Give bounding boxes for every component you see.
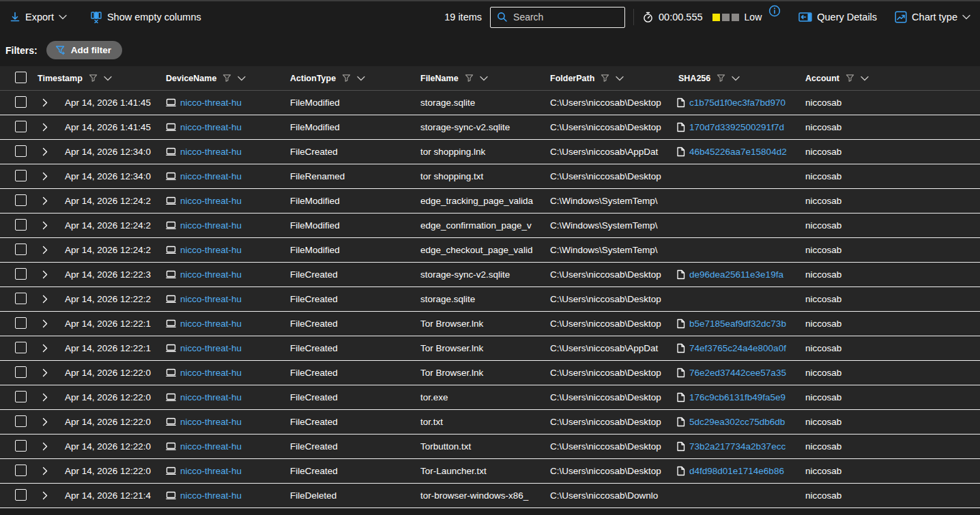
row-checkbox[interactable] [15, 293, 27, 304]
search-input[interactable] [513, 12, 609, 23]
row-expand-chevron[interactable] [31, 147, 59, 156]
column-header-account[interactable]: Account [800, 74, 980, 83]
row-checkbox[interactable] [15, 121, 27, 132]
add-filter-button[interactable]: Add filter [46, 41, 122, 59]
sha256-link[interactable]: de96dea25611e3e19fa [689, 269, 783, 280]
filter-funnel-icon[interactable] [222, 74, 231, 83]
row-checkbox[interactable] [15, 145, 27, 157]
row-expand-chevron[interactable] [31, 270, 59, 279]
filter-funnel-icon[interactable] [89, 74, 98, 83]
chevron-down-icon[interactable] [480, 76, 488, 81]
row-checkbox[interactable] [15, 342, 27, 353]
sha256-link[interactable]: c1b75d1f0ec3fa7bd970 [689, 98, 786, 108]
device-link[interactable]: nicco-threat-hu [180, 196, 242, 206]
sha256-link[interactable]: 73b2a217734a2b37ecc [689, 441, 786, 452]
row-expand-chevron[interactable] [31, 196, 59, 205]
column-header-timestamp[interactable]: Timestamp [31, 74, 160, 83]
sha256-link[interactable]: 76e2ed37442cee57a35 [689, 368, 786, 378]
chevron-down-icon[interactable] [237, 76, 246, 81]
chevron-down-icon[interactable] [616, 76, 624, 81]
row-expand-chevron[interactable] [31, 368, 59, 377]
row-expand-chevron[interactable] [31, 442, 59, 451]
row-checkbox[interactable] [15, 489, 27, 501]
filter-funnel-icon[interactable] [601, 74, 609, 83]
timestamp-cell: Apr 14, 2026 12:22:0 [59, 392, 160, 402]
row-checkbox[interactable] [15, 268, 27, 280]
device-link[interactable]: nicco-threat-hu [180, 294, 242, 304]
row-expand-chevron[interactable] [31, 319, 59, 328]
row-expand-chevron[interactable] [31, 393, 59, 402]
row-expand-chevron[interactable] [31, 491, 59, 500]
show-empty-columns-button[interactable]: Show empty columns [90, 11, 201, 23]
device-link[interactable]: nicco-threat-hu [180, 220, 242, 231]
timestamp-cell: Apr 14, 2026 12:22:3 [59, 269, 160, 280]
row-checkbox[interactable] [15, 440, 27, 452]
filter-funnel-icon[interactable] [717, 74, 725, 83]
chevron-down-icon[interactable] [104, 76, 112, 81]
device-link[interactable]: nicco-threat-hu [180, 98, 242, 108]
row-expand-chevron[interactable] [31, 246, 59, 254]
device-link[interactable]: nicco-threat-hu [180, 392, 242, 402]
chart-type-label: Chart type [912, 12, 957, 23]
export-button[interactable]: Export [10, 12, 67, 23]
row-expand-chevron[interactable] [31, 417, 59, 426]
chart-type-button[interactable]: Chart type [895, 11, 970, 23]
device-link[interactable]: nicco-threat-hu [180, 441, 242, 452]
sha256-link[interactable]: 176c9cb6131fb49fa5e9 [689, 392, 786, 402]
query-details-button[interactable]: Query Details [798, 12, 877, 23]
row-checkbox[interactable] [15, 219, 27, 231]
row-expand-chevron[interactable] [31, 172, 59, 181]
device-link[interactable]: nicco-threat-hu [180, 319, 242, 329]
row-checkbox[interactable] [15, 244, 27, 255]
device-link[interactable]: nicco-threat-hu [180, 368, 242, 378]
device-link[interactable]: nicco-threat-hu [180, 490, 242, 501]
column-header-actiontype[interactable]: ActionType [285, 74, 415, 83]
row-expand-chevron[interactable] [31, 98, 59, 107]
column-header-sha256[interactable]: SHA256 [673, 74, 800, 83]
search-box[interactable] [490, 7, 625, 28]
device-link[interactable]: nicco-threat-hu [180, 417, 242, 427]
device-link[interactable]: nicco-threat-hu [180, 122, 242, 132]
chevron-down-icon[interactable] [861, 76, 869, 81]
row-expand-chevron[interactable] [31, 221, 59, 230]
device-link[interactable]: nicco-threat-hu [180, 245, 242, 255]
row-checkbox[interactable] [15, 170, 27, 181]
filter-funnel-icon[interactable] [342, 74, 351, 83]
row-checkbox[interactable] [15, 391, 27, 402]
row-checkbox[interactable] [15, 317, 27, 329]
filter-funnel-icon[interactable] [465, 74, 474, 83]
select-all-checkbox[interactable] [15, 72, 27, 83]
chart-line-icon [895, 11, 907, 23]
sha256-link[interactable]: 170d7d3392500291f7d [689, 122, 784, 132]
chevron-down-icon[interactable] [732, 76, 740, 81]
timestamp-cell: Apr 14, 2026 12:22:0 [59, 441, 160, 452]
chevron-down-icon[interactable] [357, 76, 365, 81]
device-link[interactable]: nicco-threat-hu [180, 269, 242, 280]
row-checkbox[interactable] [15, 194, 27, 206]
row-expand-chevron[interactable] [31, 467, 59, 475]
folder-path-cell: C:\Users\niccosab\Desktop [545, 417, 673, 427]
column-header-folderpath[interactable]: FolderPath [545, 74, 673, 83]
device-link[interactable]: nicco-threat-hu [180, 171, 242, 181]
column-header-filename[interactable]: FileName [415, 74, 545, 83]
sha256-link[interactable]: 46b45226aa7e15804d2 [689, 147, 787, 157]
row-checkbox[interactable] [15, 465, 27, 476]
row-checkbox[interactable] [15, 366, 27, 378]
sha256-link[interactable]: b5e7185eaf9df32dc73b [689, 319, 786, 329]
row-checkbox[interactable] [15, 415, 27, 427]
device-link[interactable]: nicco-threat-hu [180, 147, 242, 157]
sha256-link[interactable]: 74ef3765c24a4e800a0f [689, 343, 786, 353]
row-expand-chevron[interactable] [31, 123, 59, 132]
column-header-devicename[interactable]: DeviceName [160, 74, 285, 83]
info-icon[interactable] [768, 5, 781, 17]
device-link[interactable]: nicco-threat-hu [180, 466, 242, 476]
sha256-link[interactable]: 5dc29ea302cc75db6db [689, 417, 785, 427]
file-icon [676, 319, 685, 329]
device-icon [166, 221, 176, 230]
row-expand-chevron[interactable] [31, 295, 59, 304]
device-link[interactable]: nicco-threat-hu [180, 343, 242, 353]
row-checkbox[interactable] [15, 96, 27, 108]
sha256-link[interactable]: d4fd98d01e1714e6b86 [689, 466, 784, 476]
row-expand-chevron[interactable] [31, 344, 59, 353]
filter-funnel-icon[interactable] [846, 74, 854, 83]
